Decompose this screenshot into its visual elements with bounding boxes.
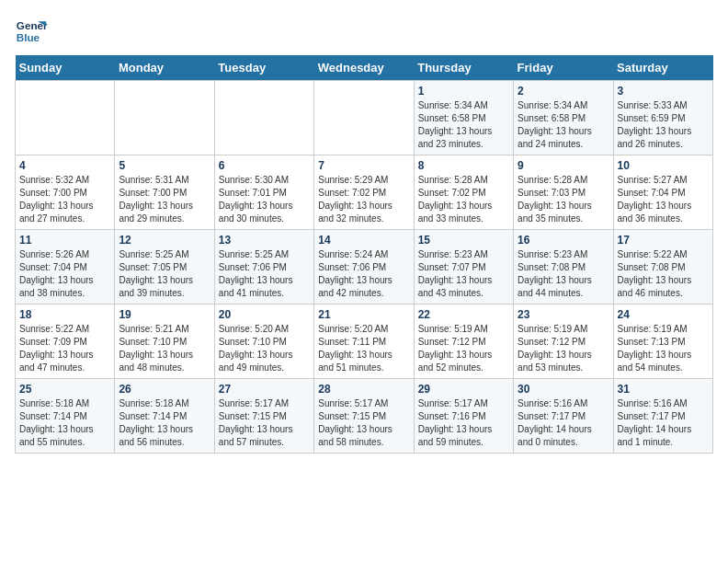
calendar-cell: 9Sunrise: 5:28 AM Sunset: 7:03 PM Daylig… [514, 155, 613, 230]
svg-text:General: General [17, 19, 48, 31]
week-row-1: 4Sunrise: 5:32 AM Sunset: 7:00 PM Daylig… [16, 155, 713, 230]
day-number: 5 [119, 159, 210, 172]
day-number: 27 [219, 383, 310, 396]
header-cell-thursday: Thursday [414, 55, 513, 81]
day-number: 21 [318, 308, 409, 321]
header-cell-friday: Friday [514, 55, 613, 81]
day-info: Sunrise: 5:17 AM Sunset: 7:16 PM Dayligh… [418, 397, 509, 449]
day-info: Sunrise: 5:30 AM Sunset: 7:01 PM Dayligh… [219, 174, 310, 225]
day-info: Sunrise: 5:19 AM Sunset: 7:12 PM Dayligh… [418, 323, 509, 374]
calendar-cell: 23Sunrise: 5:19 AM Sunset: 7:12 PM Dayli… [514, 304, 613, 379]
day-number: 1 [418, 85, 509, 98]
calendar-cell: 27Sunrise: 5:17 AM Sunset: 7:15 PM Dayli… [214, 379, 313, 454]
day-number: 30 [518, 383, 609, 396]
calendar-cell: 24Sunrise: 5:19 AM Sunset: 7:13 PM Dayli… [613, 304, 712, 379]
calendar-cell: 10Sunrise: 5:27 AM Sunset: 7:04 PM Dayli… [613, 155, 712, 230]
day-number: 31 [618, 383, 709, 396]
day-info: Sunrise: 5:22 AM Sunset: 7:09 PM Dayligh… [19, 323, 110, 374]
calendar-cell: 29Sunrise: 5:17 AM Sunset: 7:16 PM Dayli… [414, 379, 513, 454]
calendar-cell: 8Sunrise: 5:28 AM Sunset: 7:02 PM Daylig… [414, 155, 513, 230]
calendar-cell [214, 81, 313, 155]
day-info: Sunrise: 5:19 AM Sunset: 7:12 PM Dayligh… [518, 323, 609, 374]
calendar-cell: 15Sunrise: 5:23 AM Sunset: 7:07 PM Dayli… [414, 230, 513, 304]
day-number: 29 [418, 383, 509, 396]
calendar-cell: 17Sunrise: 5:22 AM Sunset: 7:08 PM Dayli… [613, 230, 712, 304]
header-row: SundayMondayTuesdayWednesdayThursdayFrid… [16, 55, 713, 81]
day-info: Sunrise: 5:26 AM Sunset: 7:04 PM Dayligh… [19, 248, 110, 300]
calendar-cell: 3Sunrise: 5:33 AM Sunset: 6:59 PM Daylig… [613, 81, 712, 155]
calendar-cell: 19Sunrise: 5:21 AM Sunset: 7:10 PM Dayli… [115, 304, 214, 379]
calendar-cell: 18Sunrise: 5:22 AM Sunset: 7:09 PM Dayli… [16, 304, 115, 379]
calendar-cell: 1Sunrise: 5:34 AM Sunset: 6:58 PM Daylig… [414, 81, 513, 155]
day-info: Sunrise: 5:28 AM Sunset: 7:03 PM Dayligh… [518, 174, 609, 225]
header-cell-sunday: Sunday [16, 55, 115, 81]
day-info: Sunrise: 5:24 AM Sunset: 7:06 PM Dayligh… [318, 248, 409, 300]
day-info: Sunrise: 5:33 AM Sunset: 6:59 PM Dayligh… [618, 99, 709, 151]
header: General Blue [15, 15, 713, 48]
calendar-cell: 14Sunrise: 5:24 AM Sunset: 7:06 PM Dayli… [314, 230, 414, 304]
calendar-cell: 6Sunrise: 5:30 AM Sunset: 7:01 PM Daylig… [214, 155, 313, 230]
calendar-cell: 11Sunrise: 5:26 AM Sunset: 7:04 PM Dayli… [16, 230, 115, 304]
day-number: 25 [19, 383, 110, 396]
day-number: 6 [219, 159, 310, 172]
day-number: 10 [618, 159, 709, 172]
day-info: Sunrise: 5:16 AM Sunset: 7:17 PM Dayligh… [618, 397, 709, 449]
calendar-cell: 13Sunrise: 5:25 AM Sunset: 7:06 PM Dayli… [214, 230, 313, 304]
calendar-cell: 4Sunrise: 5:32 AM Sunset: 7:00 PM Daylig… [16, 155, 115, 230]
week-row-0: 1Sunrise: 5:34 AM Sunset: 6:58 PM Daylig… [16, 81, 713, 155]
day-info: Sunrise: 5:18 AM Sunset: 7:14 PM Dayligh… [119, 397, 210, 449]
day-number: 16 [518, 234, 609, 247]
day-number: 9 [518, 159, 609, 172]
day-number: 11 [19, 234, 110, 247]
calendar-table: SundayMondayTuesdayWednesdayThursdayFrid… [15, 55, 713, 454]
day-info: Sunrise: 5:25 AM Sunset: 7:05 PM Dayligh… [119, 248, 210, 300]
calendar-cell [16, 81, 115, 155]
week-row-2: 11Sunrise: 5:26 AM Sunset: 7:04 PM Dayli… [16, 230, 713, 304]
calendar-cell: 26Sunrise: 5:18 AM Sunset: 7:14 PM Dayli… [115, 379, 214, 454]
day-number: 20 [219, 308, 310, 321]
day-number: 23 [518, 308, 609, 321]
day-info: Sunrise: 5:32 AM Sunset: 7:00 PM Dayligh… [19, 174, 110, 225]
day-info: Sunrise: 5:20 AM Sunset: 7:11 PM Dayligh… [318, 323, 409, 374]
day-number: 2 [518, 85, 609, 98]
day-number: 19 [119, 308, 210, 321]
day-number: 26 [119, 383, 210, 396]
day-info: Sunrise: 5:28 AM Sunset: 7:02 PM Dayligh… [418, 174, 509, 225]
day-info: Sunrise: 5:16 AM Sunset: 7:17 PM Dayligh… [518, 397, 609, 449]
day-number: 18 [19, 308, 110, 321]
calendar-header: SundayMondayTuesdayWednesdayThursdayFrid… [16, 55, 713, 81]
day-number: 4 [19, 159, 110, 172]
header-cell-saturday: Saturday [613, 55, 712, 81]
day-number: 17 [618, 234, 709, 247]
calendar-cell: 25Sunrise: 5:18 AM Sunset: 7:14 PM Dayli… [16, 379, 115, 454]
day-number: 22 [418, 308, 509, 321]
calendar-cell: 21Sunrise: 5:20 AM Sunset: 7:11 PM Dayli… [314, 304, 414, 379]
day-number: 12 [119, 234, 210, 247]
day-number: 13 [219, 234, 310, 247]
calendar-cell: 22Sunrise: 5:19 AM Sunset: 7:12 PM Dayli… [414, 304, 513, 379]
header-cell-monday: Monday [115, 55, 214, 81]
calendar-cell [115, 81, 214, 155]
day-number: 7 [318, 159, 409, 172]
day-info: Sunrise: 5:23 AM Sunset: 7:08 PM Dayligh… [518, 248, 609, 300]
calendar-cell: 28Sunrise: 5:17 AM Sunset: 7:15 PM Dayli… [314, 379, 414, 454]
day-info: Sunrise: 5:25 AM Sunset: 7:06 PM Dayligh… [219, 248, 310, 300]
logo: General Blue [15, 15, 51, 48]
svg-text:Blue: Blue [17, 31, 40, 43]
day-number: 15 [418, 234, 509, 247]
day-info: Sunrise: 5:29 AM Sunset: 7:02 PM Dayligh… [318, 174, 409, 225]
day-info: Sunrise: 5:20 AM Sunset: 7:10 PM Dayligh… [219, 323, 310, 374]
calendar-cell: 7Sunrise: 5:29 AM Sunset: 7:02 PM Daylig… [314, 155, 414, 230]
day-info: Sunrise: 5:19 AM Sunset: 7:13 PM Dayligh… [618, 323, 709, 374]
calendar-cell: 31Sunrise: 5:16 AM Sunset: 7:17 PM Dayli… [613, 379, 712, 454]
week-row-3: 18Sunrise: 5:22 AM Sunset: 7:09 PM Dayli… [16, 304, 713, 379]
calendar-cell: 20Sunrise: 5:20 AM Sunset: 7:10 PM Dayli… [214, 304, 313, 379]
day-info: Sunrise: 5:23 AM Sunset: 7:07 PM Dayligh… [418, 248, 509, 300]
calendar-cell: 5Sunrise: 5:31 AM Sunset: 7:00 PM Daylig… [115, 155, 214, 230]
header-cell-wednesday: Wednesday [314, 55, 414, 81]
header-cell-tuesday: Tuesday [214, 55, 313, 81]
day-number: 14 [318, 234, 409, 247]
calendar-cell: 30Sunrise: 5:16 AM Sunset: 7:17 PM Dayli… [514, 379, 613, 454]
calendar-cell: 2Sunrise: 5:34 AM Sunset: 6:58 PM Daylig… [514, 81, 613, 155]
day-info: Sunrise: 5:34 AM Sunset: 6:58 PM Dayligh… [418, 99, 509, 151]
